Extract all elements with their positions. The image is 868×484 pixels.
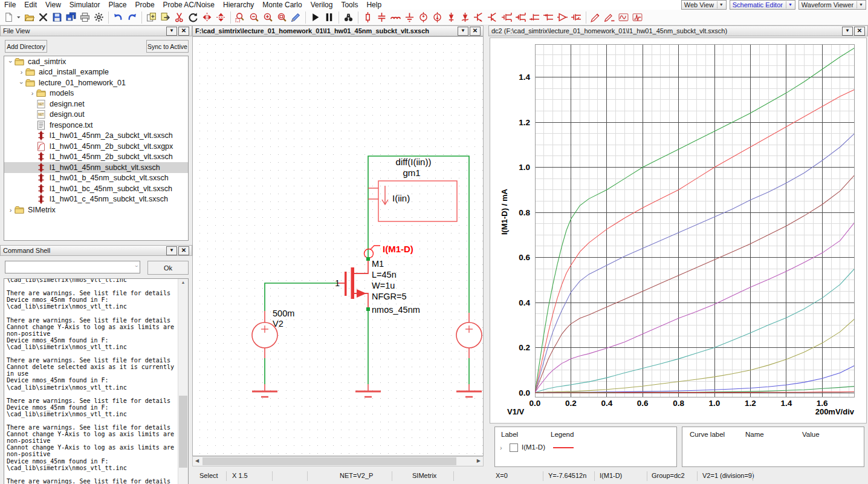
gm1-name[interactable]: gm1 <box>403 168 420 178</box>
menu-file[interactable]: File <box>0 0 20 10</box>
m1-length-label[interactable]: L=45n <box>372 270 397 280</box>
tree-item-lecture-01-homework-01[interactable]: ›lecture_01_homework_01 <box>4 77 188 88</box>
m1-width-label[interactable]: W=1u <box>372 281 395 290</box>
close-icon[interactable]: ✕ <box>178 246 189 255</box>
expander-icon[interactable]: › <box>28 90 36 97</box>
v2-value-label[interactable]: 500m <box>273 309 294 318</box>
save-all-button[interactable] <box>64 10 78 24</box>
menu-tools[interactable]: Tools <box>337 0 362 10</box>
zoom-in-button[interactable] <box>261 10 275 24</box>
zoom-area-button[interactable] <box>233 10 247 24</box>
chevron-down-icon[interactable]: ▼ <box>786 1 792 8</box>
expander-icon[interactable]: › <box>500 444 502 451</box>
expander-icon[interactable]: › <box>18 79 25 87</box>
tree-item-l1-hw01-45nm-2b-subckt-vlt-sxgpx[interactable]: l1_hw01_45nm_2b_subckt_vlt.sxgpx <box>4 141 188 152</box>
tree-item-models[interactable]: ›models <box>4 88 188 99</box>
open-file-button[interactable] <box>22 10 36 24</box>
diode-button[interactable] <box>444 10 458 24</box>
command-input[interactable]: › <box>5 261 140 273</box>
rotate-button[interactable] <box>186 10 200 24</box>
voltage-probe-button[interactable] <box>589 10 603 24</box>
tree-item-l1-hw01-b-45nm-subckt-vlt-sxsch[interactable]: l1_hw01_b_45nm_subckt_vlt.sxsch <box>4 173 188 184</box>
add-directory-button[interactable]: Add Directory <box>5 40 47 53</box>
undo-button[interactable] <box>111 10 125 24</box>
wires[interactable] <box>265 156 469 384</box>
curve-4[interactable] <box>535 175 855 393</box>
buffer-button[interactable] <box>555 10 569 24</box>
close-icon[interactable]: ✕ <box>178 27 189 36</box>
menu-simulator[interactable]: Simulator <box>65 0 105 10</box>
gm1-probe[interactable]: diff(I(iin)) gm1 I(iin) <box>368 157 457 221</box>
tree-item-l1-hw01-45nm-2b-subckt-vlt-sxsch[interactable]: l1_hw01_45nm_2b_subckt_vlt.sxsch <box>4 152 188 163</box>
menu-place[interactable]: Place <box>105 0 131 10</box>
menu-edit[interactable]: Edit <box>20 0 41 10</box>
scroll-right-icon[interactable]: ▶ <box>477 458 481 463</box>
cut-button[interactable] <box>172 10 186 24</box>
legend-curve-label[interactable]: I(M1-D) <box>522 443 545 451</box>
tree-item-fresponce-txt[interactable]: fresponce.txt <box>4 120 188 131</box>
capacitor-button[interactable] <box>375 10 389 24</box>
schematic-canvas[interactable]: diff(I(iin)) gm1 I(iin) I(M1-D) <box>192 36 484 456</box>
tree-item-design-out[interactable]: NETdesign.out <box>4 110 188 120</box>
voltage-diff-probe-button[interactable] <box>603 10 617 24</box>
curve-6[interactable] <box>535 269 855 393</box>
resistor-button[interactable] <box>361 10 375 24</box>
save-button[interactable] <box>50 10 64 24</box>
shell-output[interactable]: \cad_lib\simetrix\nmos_vtl_tt.inc There … <box>4 278 189 484</box>
schematic-hscrollbar[interactable]: ◀ ▶ <box>192 456 484 466</box>
run-simulation-button[interactable] <box>308 10 322 24</box>
chevron-down-icon[interactable]: ▼ <box>857 1 863 8</box>
find-button[interactable] <box>342 10 355 24</box>
pjfet-transistor-button[interactable] <box>542 10 555 24</box>
waveform-plot-area[interactable]: 0.00.20.40.60.81.01.21.41.60.00.20.40.60… <box>490 38 867 424</box>
legend-checkbox[interactable] <box>510 443 518 452</box>
redo-button[interactable] <box>125 10 139 24</box>
collapse-icon[interactable]: ▼ <box>166 27 177 36</box>
view-waveform-viewer-button[interactable]: Waveform Viewer▼ <box>798 0 866 10</box>
iin-label[interactable]: I(iin) <box>392 193 410 203</box>
close-icon[interactable]: ✕ <box>470 27 481 36</box>
m1-model-label[interactable]: nmos_45nm <box>372 305 420 315</box>
ok-button[interactable]: Ok <box>147 261 189 275</box>
voltage-source-button[interactable] <box>416 10 430 24</box>
nmos-m1[interactable]: 1 M1 L=45n W=1u NFGR=5 nmos_45nm <box>335 257 420 315</box>
v2-name-label[interactable]: V2 <box>273 319 283 329</box>
njfet-transistor-button[interactable] <box>528 10 542 24</box>
scroll-left-icon[interactable]: ◀ <box>195 458 199 463</box>
menu-help[interactable]: Help <box>362 0 386 10</box>
igbt-transistor-button[interactable] <box>569 10 583 24</box>
drain-probe-marker[interactable]: I(M1-D) <box>364 244 413 258</box>
expander-icon[interactable]: › <box>7 206 15 214</box>
menu-view[interactable]: View <box>41 0 65 10</box>
gm1-expression[interactable]: diff(I(iin)) <box>396 157 432 167</box>
scroll-up-icon[interactable]: ▲ <box>178 280 188 284</box>
zoom-out-button[interactable] <box>247 10 261 24</box>
paste-button[interactable] <box>158 10 172 24</box>
legend-row[interactable]: › I(M1-D) <box>495 443 676 454</box>
pnp-transistor-button[interactable] <box>486 10 500 24</box>
tree-item-l1-hw01-c-45nm-subckt-vlt-sxsch[interactable]: l1_hw01_c_45nm_subckt_vlt.sxsch <box>4 194 188 205</box>
view-schematic-editor-button[interactable]: Schematic Editor▼ <box>730 0 795 10</box>
tree-item-design-net[interactable]: NETdesign.net <box>4 99 188 110</box>
copy-button[interactable] <box>144 10 158 24</box>
drain-probe-label[interactable]: I(M1-D) <box>383 244 413 254</box>
delete-button[interactable] <box>36 10 50 24</box>
inductor-button[interactable] <box>389 10 403 24</box>
new-schematic-button[interactable] <box>2 10 16 24</box>
shell-scrollbar[interactable]: ▲ <box>178 279 188 484</box>
combo-dropdown-icon[interactable]: › <box>134 266 140 267</box>
curve-9[interactable] <box>535 387 855 393</box>
expander-icon[interactable]: › <box>7 57 15 65</box>
m1-nfgr-label[interactable]: NFGR=5 <box>372 292 407 301</box>
expander-icon[interactable]: › <box>18 68 25 76</box>
draw-wire-button[interactable] <box>289 10 303 24</box>
tree-item-cad-simtrix[interactable]: ›cad_simtrix <box>4 56 188 67</box>
scrollbar-thumb[interactable] <box>179 396 187 468</box>
mirror-horizontal-button[interactable] <box>214 10 228 24</box>
print-button[interactable] <box>78 10 92 24</box>
npn-transistor-button[interactable] <box>472 10 486 24</box>
view-web-view-button[interactable]: Web View▼ <box>681 0 727 10</box>
collapse-icon[interactable]: ▼ <box>842 27 853 36</box>
voltage-source-v2[interactable]: 500m V2 <box>252 309 294 358</box>
tree-item-l1-hw01-45nm-subckt-vlt-sxsch[interactable]: l1_hw01_45nm_subckt_vlt.sxsch <box>4 162 188 173</box>
